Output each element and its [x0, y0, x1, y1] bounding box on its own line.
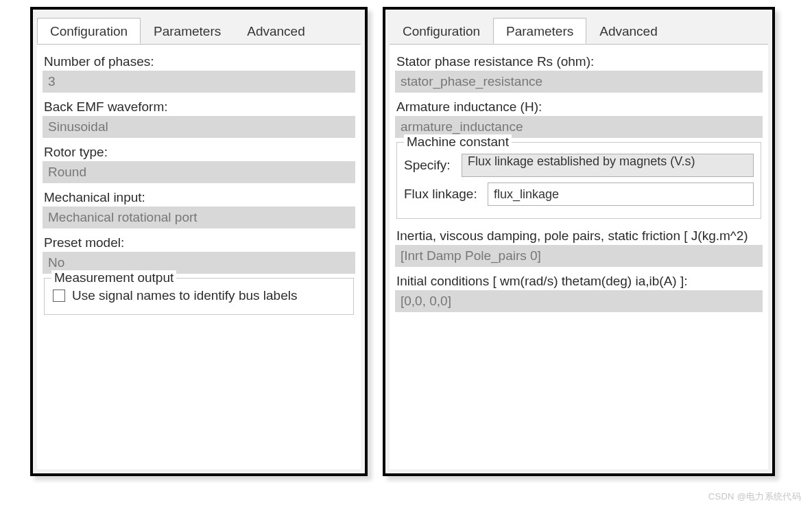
mech-input-label: Mechanical input: [43, 187, 355, 207]
tabstrip-right: Configuration Parameters Advanced [390, 15, 768, 44]
flux-linkage-label: Flux linkage: [404, 187, 481, 202]
back-emf-label: Back EMF waveform: [43, 97, 355, 116]
machine-constant-legend: Machine constant [404, 134, 512, 150]
measurement-output-group: Measurement output Use signal names to i… [44, 278, 354, 315]
rs-field[interactable]: stator_phase_resistance [395, 71, 763, 93]
num-phases-field[interactable]: 3 [43, 71, 355, 93]
watermark: CSDN @电力系统代码 [708, 491, 801, 503]
signal-names-row[interactable]: Use signal names to identify bus labels [51, 284, 346, 307]
flux-row: Flux linkage: [404, 182, 754, 206]
measurement-output-legend: Measurement output [51, 270, 176, 285]
rs-label: Stator phase resistance Rs (ohm): [395, 51, 763, 71]
flux-linkage-input[interactable] [488, 182, 754, 206]
preset-model-label: Preset model: [43, 233, 355, 252]
specify-label: Specify: [404, 158, 455, 173]
machine-constant-group: Machine constant Specify: Flux linkage e… [396, 142, 761, 219]
signal-names-checkbox[interactable] [53, 290, 65, 302]
inertia-label: Inertia, viscous damping, pole pairs, st… [395, 226, 763, 245]
specify-dropdown[interactable]: Flux linkage established by magnets (V.s… [462, 154, 754, 177]
tabstrip-left: Configuration Parameters Advanced [37, 15, 361, 44]
tab-body-configuration: Number of phases: 3 Back EMF waveform: S… [37, 44, 361, 469]
rotor-type-field[interactable]: Round [43, 161, 355, 183]
config-dialog-left: Configuration Parameters Advanced Number… [30, 7, 368, 476]
specify-row: Specify: Flux linkage established by mag… [404, 154, 754, 177]
back-emf-field[interactable]: Sinusoidal [43, 116, 355, 138]
init-cond-field[interactable]: [0,0, 0,0] [395, 290, 763, 312]
tab-configuration[interactable]: Configuration [37, 18, 141, 44]
tab-body-parameters: Stator phase resistance Rs (ohm): stator… [390, 44, 768, 469]
tab-advanced[interactable]: Advanced [234, 18, 318, 44]
tab-parameters-r[interactable]: Parameters [493, 18, 586, 44]
num-phases-label: Number of phases: [43, 51, 355, 71]
rotor-type-label: Rotor type: [43, 142, 355, 161]
tab-parameters[interactable]: Parameters [141, 18, 234, 44]
tab-configuration-r[interactable]: Configuration [390, 18, 493, 44]
inertia-field[interactable]: [Inrt Damp Pole_pairs 0] [395, 245, 763, 267]
mech-input-field[interactable]: Mechanical rotational port [43, 207, 355, 228]
tab-advanced-r[interactable]: Advanced [586, 18, 671, 44]
config-dialog-right: Configuration Parameters Advanced Stator… [383, 7, 775, 476]
init-cond-label: Initial conditions [ wm(rad/s) thetam(de… [395, 271, 763, 290]
la-label: Armature inductance (H): [395, 97, 763, 116]
signal-names-label: Use signal names to identify bus labels [72, 288, 297, 303]
